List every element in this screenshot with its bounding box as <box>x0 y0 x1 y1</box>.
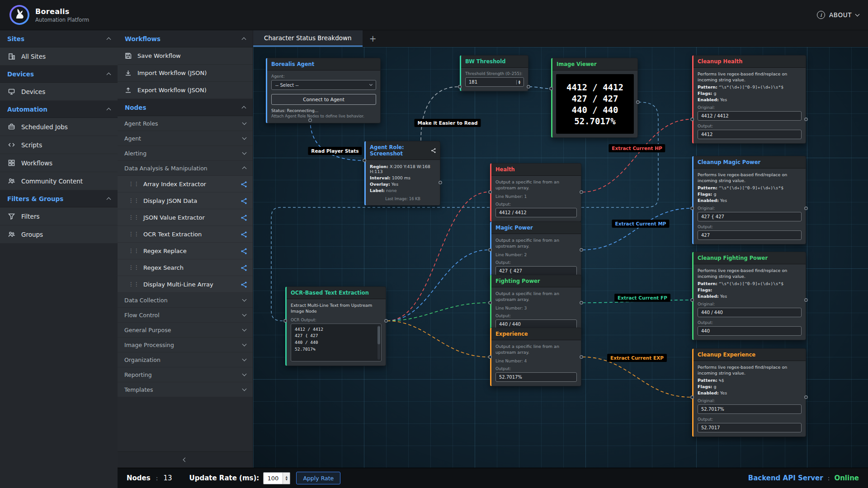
panel-section-workflows[interactable]: Workflows <box>118 30 253 47</box>
flags-row: Flags: g <box>698 384 802 389</box>
node-bw-threshold[interactable]: BW Threshold Threshold Strength (0–255):… <box>460 55 528 91</box>
chevron-up-icon <box>242 106 246 110</box>
category-image-processing[interactable]: Image Processing <box>118 338 253 352</box>
sidebar-item-community-content[interactable]: Community Content <box>0 172 118 190</box>
node-fighting-power[interactable]: Fighting Power Output a specific line fr… <box>490 275 581 333</box>
viewer-line: 427 / 427 <box>556 94 634 103</box>
category-label: Flow Control <box>124 312 160 319</box>
node-borealis-agent[interactable]: Borealis Agent Agent: -- Select -- Conne… <box>266 58 381 123</box>
enabled-row: Enabled: Yes <box>698 97 802 102</box>
threshold-value: 181 <box>469 80 477 84</box>
sidebar-item-filters[interactable]: Filters <box>0 207 118 225</box>
output-field[interactable]: 427 <box>698 230 802 240</box>
export-workflow-button[interactable]: Export Workflow (JSON) <box>118 82 253 99</box>
category-label: Image Processing <box>124 342 174 348</box>
original-field[interactable]: 4412 / 4412 <box>698 111 802 121</box>
node-agent-role-screenshot[interactable]: Agent Role: Screenshot Region: X:200 Y:4… <box>364 141 440 206</box>
node-health[interactable]: Health Output a specific line from an up… <box>490 163 581 222</box>
output-field[interactable]: 52.7017 <box>698 423 802 432</box>
connect-to-agent-button[interactable]: Connect to Agent <box>271 94 376 105</box>
chevron-down-icon <box>242 372 247 376</box>
output-label: Output: <box>698 225 802 229</box>
sidebar-item-groups[interactable]: Groups <box>0 225 118 244</box>
output-value: 427 <box>701 233 710 238</box>
tab-character-status-breakdown[interactable]: Character Status Breakdown <box>253 30 363 47</box>
palette-item-regex-search[interactable]: Regex Search <box>118 259 253 276</box>
update-rate-input[interactable]: 100 <box>263 472 290 484</box>
share-icon[interactable] <box>431 147 436 154</box>
agent-select[interactable]: -- Select -- <box>271 80 376 90</box>
output-value: 427 { 427 <box>499 268 522 273</box>
spinner-icon[interactable] <box>283 473 290 484</box>
original-value: 427 { 427 <box>701 214 724 219</box>
original-field[interactable]: 440 / 440 <box>698 308 802 317</box>
sidebar-item-all-sites[interactable]: All Sites <box>0 47 118 66</box>
node-share-icon <box>241 181 247 188</box>
label-row: Label: none <box>370 188 436 193</box>
about-menu[interactable]: ABOUT <box>817 11 859 19</box>
palette-item-regex-replace[interactable]: Regex Replace <box>118 243 253 259</box>
apply-rate-button[interactable]: Apply Rate <box>296 472 340 484</box>
collapse-panel-button[interactable] <box>118 451 253 468</box>
output-field[interactable]: 4412 <box>698 130 802 139</box>
palette-item-display-multi-line-array[interactable]: Display Multi-Line Array <box>118 276 253 293</box>
sidebar-section-devices[interactable]: Devices <box>0 66 118 83</box>
sidebar-item-devices[interactable]: Devices <box>0 83 118 101</box>
main-sidebar: Sites All Sites Devices Devices Automati… <box>0 30 118 488</box>
node-cleanup-magic-power[interactable]: Cleanup Magic Power Performs live regex-… <box>692 156 806 244</box>
palette-item-display-json-data[interactable]: Display JSON Data <box>118 192 253 209</box>
sidebar-item-scheduled-jobs[interactable]: Scheduled Jobs <box>0 118 118 136</box>
node-experience[interactable]: Experience Output a specific line from a… <box>490 328 581 386</box>
node-desc: Output a specific line from an upstream … <box>495 291 577 303</box>
chevron-down-icon <box>242 150 247 155</box>
category-templates[interactable]: Templates <box>118 382 253 397</box>
node-cleanup-fighting-power[interactable]: Cleanup Fighting Power Performs live reg… <box>692 252 806 340</box>
threshold-input[interactable]: 181 <box>465 77 524 87</box>
pattern-label: Pattern: <box>698 378 717 383</box>
category-agent-roles[interactable]: Agent Roles <box>118 116 253 131</box>
palette-item-array-index-extractor[interactable]: Array Index Extractor <box>118 176 253 192</box>
panel-section-nodes[interactable]: Nodes <box>118 99 253 116</box>
save-workflow-button[interactable]: Save Workflow <box>118 47 253 65</box>
chevron-down-icon <box>855 12 860 17</box>
node-cleanup-experience[interactable]: Cleanup Experience Performs live regex-b… <box>692 348 806 437</box>
category-data-analysis[interactable]: Data Analysis & Manipulation <box>118 161 253 176</box>
category-reporting[interactable]: Reporting <box>118 367 253 382</box>
app-titles: Borealis Automation Platform <box>35 7 89 23</box>
flags-label: Flags: <box>698 91 712 96</box>
sidebar-section-filters-groups[interactable]: Filters & Groups <box>0 190 118 207</box>
info-icon <box>817 11 825 19</box>
import-workflow-button[interactable]: Import Workflow (JSON) <box>118 65 253 82</box>
node-image-viewer[interactable]: Image Viewer 4412 / 4412 427 / 427 440 /… <box>551 58 638 138</box>
palette-item-ocr-text-extraction[interactable]: OCR Text Extraction <box>118 226 253 243</box>
palette-item-label: JSON Value Extractor <box>143 214 205 221</box>
category-flow-control[interactable]: Flow Control <box>118 308 253 323</box>
workflow-canvas[interactable]: Borealis Agent Agent: -- Select -- Conne… <box>253 47 868 468</box>
category-organization[interactable]: Organization <box>118 352 253 367</box>
scrollbar[interactable] <box>377 325 380 360</box>
node-cleanup-health[interactable]: Cleanup Health Performs live regex-based… <box>692 55 806 144</box>
category-general-purpose[interactable]: General Purpose <box>118 323 253 338</box>
original-field[interactable]: 52.7017% <box>698 404 802 414</box>
sidebar-item-label: Scripts <box>21 141 42 149</box>
sidebar-item-workflows[interactable]: Workflows <box>0 154 118 172</box>
node-ocr-text-extraction[interactable]: OCR-Based Text Extraction Extract Multi-… <box>285 286 386 366</box>
original-label: Original: <box>698 206 802 211</box>
ocr-output-textarea[interactable]: 4412 / 4412 427 { 427 440 / 440 52.7017% <box>291 324 382 361</box>
node-magic-power[interactable]: Magic Power Output a specific line from … <box>490 221 581 280</box>
add-tab-button[interactable]: + <box>363 30 383 47</box>
spinner-icon[interactable] <box>516 80 520 84</box>
category-alerting[interactable]: Alerting <box>118 146 253 161</box>
sidebar-section-sites[interactable]: Sites <box>0 30 118 47</box>
output-field[interactable]: 427 { 427 <box>495 266 577 276</box>
separator: : <box>155 474 160 482</box>
category-data-collection[interactable]: Data Collection <box>118 293 253 308</box>
output-field[interactable]: 52.7017% <box>495 372 577 382</box>
original-field[interactable]: 427 { 427 <box>698 212 802 221</box>
category-agent[interactable]: Agent <box>118 131 253 146</box>
output-field[interactable]: 440 <box>698 326 802 336</box>
sidebar-section-automation[interactable]: Automation <box>0 101 118 118</box>
sidebar-item-scripts[interactable]: Scripts <box>0 136 118 154</box>
output-field[interactable]: 4412 / 4412 <box>495 208 577 217</box>
palette-item-json-value-extractor[interactable]: JSON Value Extractor <box>118 209 253 226</box>
